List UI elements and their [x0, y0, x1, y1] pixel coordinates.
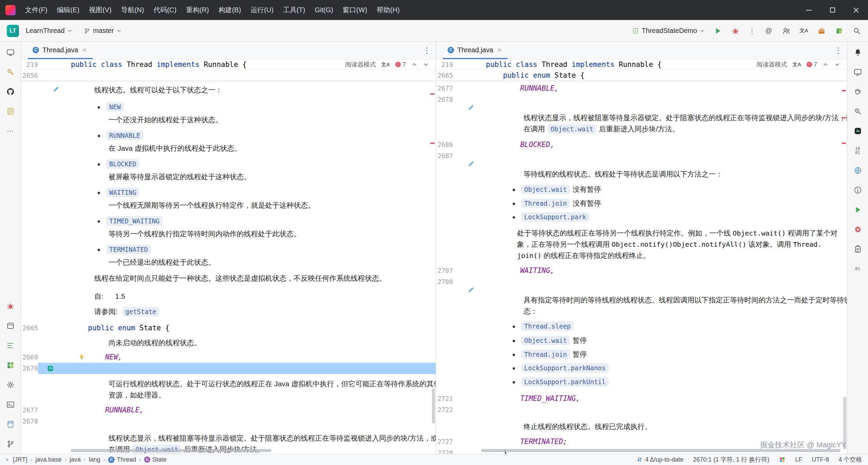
error-stripe-mark[interactable]: [842, 117, 846, 118]
editor-line[interactable]: 2678: [436, 94, 847, 105]
line-number[interactable]: [21, 337, 38, 348]
editor-line[interactable]: LockSupport.park: [436, 210, 847, 224]
line-number[interactable]: [21, 143, 38, 154]
editor-line[interactable]: 2722: [436, 404, 847, 415]
line-number[interactable]: [436, 305, 453, 317]
menu-item[interactable]: 窗口(W): [338, 0, 372, 20]
code-reference-chip[interactable]: Thread.join: [521, 199, 570, 208]
code-reference-chip[interactable]: BLOCKED: [106, 159, 139, 169]
line-number[interactable]: [436, 210, 453, 224]
editor-line[interactable]: NEW: [21, 100, 436, 114]
device-preview-icon[interactable]: [853, 68, 862, 76]
editor-line[interactable]: 终止线程的线程状态。线程已完成执行。: [436, 421, 847, 432]
menu-item[interactable]: 帮助(H): [372, 0, 405, 20]
container-icon[interactable]: [6, 321, 15, 330]
prev-problem-icon[interactable]: [411, 61, 417, 68]
close-tab-icon[interactable]: [497, 47, 503, 53]
line-number[interactable]: [21, 100, 38, 114]
editor-line[interactable]: LockSupport.parkNanos: [436, 361, 847, 375]
pencil-icon[interactable]: [467, 286, 475, 294]
line-number[interactable]: 2687: [436, 150, 453, 162]
editor-line[interactable]: 2687: [436, 150, 847, 162]
encoding-widget[interactable]: UTF-8: [812, 456, 829, 463]
clover-icon[interactable]: [835, 26, 844, 35]
more-actions-icon[interactable]: ⋮: [749, 27, 755, 35]
translate-icon[interactable]: 文A: [800, 26, 808, 35]
horizontal-scrollbar[interactable]: [71, 449, 272, 452]
pencil-icon[interactable]: [467, 104, 475, 111]
editor-line[interactable]: join() 的线程正在等待指定的线程终止。: [436, 250, 847, 261]
line-number[interactable]: 219: [21, 61, 38, 68]
breadcrumb-item[interactable]: EState: [144, 456, 166, 463]
code-reference-chip[interactable]: LockSupport.park: [521, 212, 589, 222]
code-reference-chip[interactable]: TIMED_WAITING: [106, 216, 163, 226]
editor-line[interactable]: 尚未启动的线程的线程状态。: [21, 337, 436, 348]
menu-item[interactable]: 工具(T): [278, 0, 310, 20]
editor-line[interactable]: 具有指定等待时间的等待线程的线程状态。线程因调用以下指定正等待时间的方法之一而处…: [436, 294, 847, 305]
editor-line[interactable]: TERMINATED: [21, 243, 436, 257]
editor-content[interactable]: 线程状态。线程可以处于以下状态之一：NEW一个还没开始的线程处于这种状态。RUN…: [21, 81, 436, 454]
editor-line[interactable]: 2669 NEW,: [21, 352, 436, 363]
bug-icon[interactable]: [6, 302, 15, 311]
line-number[interactable]: [21, 444, 38, 454]
code-reference-chip[interactable]: Object.wait: [548, 124, 596, 134]
editor-line[interactable]: 在 Java 虚拟机中执行的线程处于此状态。: [21, 143, 436, 154]
editor-line[interactable]: RUNNABLE: [21, 129, 436, 143]
line-number[interactable]: [436, 227, 453, 239]
editor-line[interactable]: 2707 WAITING,: [436, 265, 847, 276]
vertical-scrollbar[interactable]: [432, 388, 435, 424]
line-number[interactable]: [436, 168, 453, 180]
line-number[interactable]: [21, 389, 38, 401]
bytecode-icon[interactable]: 10 01: [853, 146, 862, 155]
run-configuration-widget[interactable]: ThreadStateDemo: [632, 27, 705, 35]
error-stripe-mark[interactable]: [430, 143, 435, 144]
code-reference-chip[interactable]: WAITING: [106, 188, 139, 197]
menu-item[interactable]: 视图(V): [84, 0, 116, 20]
editor-line[interactable]: WAITING: [21, 186, 436, 200]
tab-options-icon[interactable]: ⋮: [423, 46, 431, 55]
inspections-widget[interactable]: !7: [807, 61, 817, 68]
editor-line[interactable]: Object.wait 暂停: [436, 333, 847, 347]
ai-gutter-icon[interactable]: [47, 365, 54, 372]
editor-line[interactable]: 2678: [21, 416, 436, 427]
structure-icon[interactable]: [6, 341, 15, 350]
editor-line[interactable]: Thread.join 暂停: [436, 347, 847, 361]
menu-item[interactable]: 构建(B): [214, 0, 246, 20]
vcs-sync-widget[interactable]: 4 Δ/up-to-date: [636, 456, 684, 463]
code-reference-chip[interactable]: Thread.sleep: [521, 321, 574, 331]
line-number[interactable]: 2727: [436, 436, 453, 447]
editor-line[interactable]: 可运行线程的线程状态。处于可运行状态的线程正在 Java 虚拟机中执行，但它可能…: [21, 378, 436, 389]
editor-line[interactable]: 线程在给定时间点只能处于一种状态。这些状态是虚拟机状态，不反映任何作系统线程状态…: [21, 273, 436, 284]
profiler-icon[interactable]: [853, 225, 862, 234]
line-number[interactable]: [436, 421, 453, 432]
code-reference-chip[interactable]: getState: [122, 307, 160, 316]
breadcrumb-item[interactable]: [JRT]: [13, 456, 27, 463]
pencil-icon[interactable]: [467, 160, 475, 168]
inspections-widget[interactable]: !7: [395, 61, 406, 68]
code-reference-chip[interactable]: LockSupport.parkNanos: [521, 363, 609, 373]
line-number[interactable]: [436, 319, 453, 333]
line-number[interactable]: 2678: [436, 94, 453, 105]
menu-item[interactable]: 运行(U): [246, 0, 278, 20]
menu-item[interactable]: Git(G): [310, 0, 338, 20]
info-icon[interactable]: [853, 186, 862, 194]
debug-button[interactable]: [731, 26, 740, 35]
editor-content[interactable]: 2677 RUNNABLE,2678线程状态显示，线程被阻塞等待显示器锁定。处于…: [436, 81, 847, 454]
editor-tab[interactable]: CThread.java: [443, 42, 508, 59]
line-number[interactable]: 2669: [21, 352, 38, 363]
editor-line[interactable]: 在调用 Object.wait 后重新进入同步块/方法。: [436, 123, 847, 134]
search-icon[interactable]: [852, 26, 861, 35]
line-number[interactable]: 2665: [436, 72, 453, 79]
close-button[interactable]: [844, 0, 868, 20]
line-number[interactable]: 2670: [21, 363, 38, 374]
editor-line[interactable]: 线程状态。线程可以处于以下状态之一：: [21, 84, 436, 95]
line-number[interactable]: 2677: [21, 405, 38, 416]
line-number[interactable]: 2721: [436, 393, 453, 404]
users-icon[interactable]: [782, 26, 791, 35]
editor-tab[interactable]: CThread.java: [28, 42, 93, 59]
toolbox-icon[interactable]: [817, 26, 826, 35]
code-reference-chip[interactable]: RUNNABLE: [106, 131, 143, 140]
line-number[interactable]: 2722: [436, 404, 453, 415]
next-problem-icon[interactable]: [834, 61, 840, 68]
app-logo-icon[interactable]: [5, 5, 16, 15]
